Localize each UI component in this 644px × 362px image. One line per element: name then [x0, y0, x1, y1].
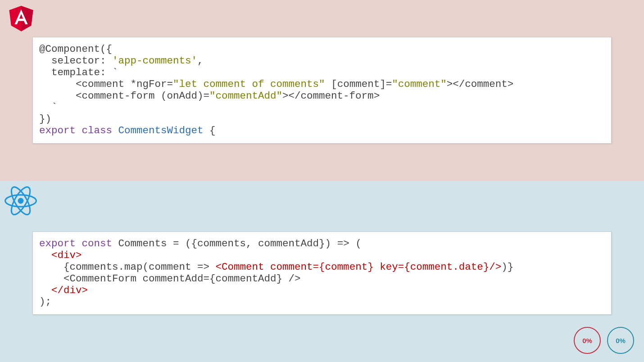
angular-score-badge: 0%: [574, 327, 601, 354]
angular-code-block: @Component({ selector: 'app-comments', t…: [32, 37, 612, 144]
code-token: [76, 238, 82, 249]
react-code-block: export const Comments = ({comments, comm…: [32, 231, 612, 315]
code-token: [76, 125, 82, 136]
react-score-badge: 0%: [607, 327, 634, 354]
code-token: export: [39, 125, 76, 136]
code-token: );: [39, 296, 51, 308]
code-token: CommentsWidget: [118, 125, 204, 136]
code-token: class: [82, 125, 113, 136]
code-token: [comment]=: [325, 78, 392, 90]
score-badges: 0% 0%: [574, 327, 634, 354]
code-token: "commentAdd": [209, 90, 282, 102]
code-token: {: [204, 125, 216, 136]
code-token: </div>: [51, 285, 88, 296]
code-token: const: [82, 238, 113, 249]
angular-icon: [7, 3, 35, 32]
angular-score-value: 0%: [582, 337, 592, 344]
code-token: "let comment of comments": [173, 78, 325, 90]
react-icon: [5, 185, 37, 217]
react-score-value: 0%: [616, 337, 626, 344]
code-token: export: [39, 238, 76, 249]
angular-section: @Component({ selector: 'app-comments', t…: [0, 0, 644, 181]
code-token: @Component({ selector:: [39, 43, 112, 67]
code-token: <div>: [51, 249, 82, 261]
code-token: [112, 125, 118, 136]
code-token: 'app-comments': [112, 55, 197, 67]
code-token: "comment": [392, 78, 447, 90]
code-token: <Comment comment={comment} key={comment.…: [216, 261, 502, 273]
react-section: export const Comments = ({comments, comm…: [0, 181, 644, 362]
svg-marker-1: [21, 6, 33, 32]
svg-point-2: [18, 198, 24, 204]
code-token: {comments.map(comment =>: [39, 261, 216, 273]
